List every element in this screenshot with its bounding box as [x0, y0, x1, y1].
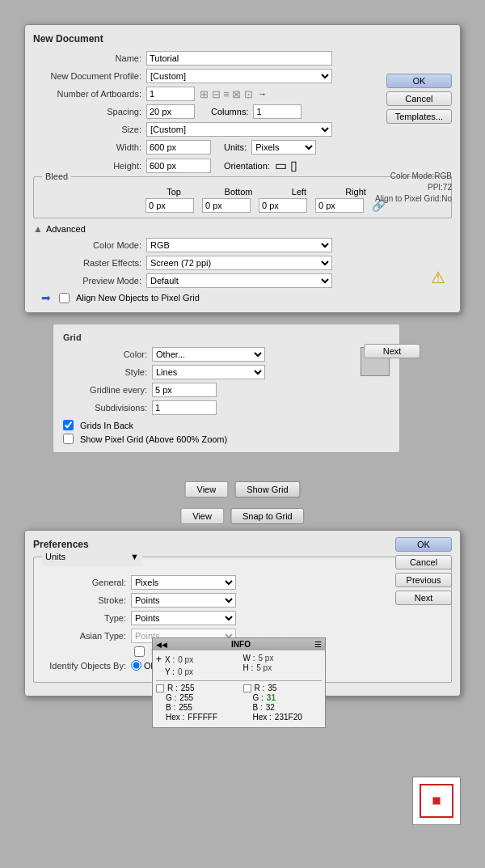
prefs-title: Preferences: [33, 539, 452, 550]
info-menu-icon[interactable]: ☰: [314, 640, 322, 649]
show-grid-button[interactable]: Show Grid: [234, 481, 300, 498]
prefs-next-button[interactable]: Next: [395, 591, 452, 605]
info-coords-row: + X : 0 px + Y : 0 px W : 5 px H : 5 px: [156, 654, 322, 678]
size-select[interactable]: [Custom]: [146, 122, 332, 137]
stroke-select[interactable]: Points: [131, 593, 236, 608]
snap-to-grid-button[interactable]: Snap to Grid: [230, 508, 305, 524]
info-h-label: H :: [243, 663, 254, 672]
type-select[interactable]: Points: [131, 611, 236, 625]
prefs-cancel-button[interactable]: Cancel: [395, 555, 452, 569]
stroke-row: Stroke: Points: [42, 593, 443, 608]
align-row: ➡ Align New Objects to Pixel Grid: [41, 291, 452, 304]
info-color2-col: R : 35 G : 31 B : 32 Hex : 231F20: [243, 684, 323, 722]
info-b1-cell: B : 255: [156, 703, 235, 712]
new-doc-title: New Document: [33, 33, 452, 44]
grid-color-select[interactable]: Other...: [152, 347, 265, 362]
info-color-row: R : 255 G : 255 B : 255 Hex : FFFFFF: [156, 684, 322, 722]
info-body: + X : 0 px + Y : 0 px W : 5 px H : 5 px: [153, 650, 325, 727]
ok-button[interactable]: OK: [386, 74, 452, 88]
new-document-dialog: New Document Name: New Document Profile:…: [24, 24, 461, 313]
info-hex1-cell: Hex : FFFFFF: [156, 713, 235, 722]
profile-select[interactable]: [Custom]: [146, 69, 332, 83]
object-name-radio[interactable]: [131, 660, 141, 671]
artboards-input[interactable]: [146, 87, 195, 101]
raster-select[interactable]: Screen (72 ppi): [146, 256, 332, 270]
landscape-icon[interactable]: ▯: [290, 158, 297, 173]
info-w-value: 5 px: [259, 654, 274, 663]
grid-next-button[interactable]: Next: [364, 344, 420, 358]
advanced-row[interactable]: ▲ Advanced: [33, 223, 452, 235]
size-label: Size:: [33, 125, 146, 134]
show-pixel-checkbox[interactable]: [63, 434, 74, 444]
grid-style-select[interactable]: Lines: [152, 365, 265, 379]
general-select[interactable]: Pixels: [131, 575, 236, 590]
info-w-cell: W : 5 px: [243, 654, 323, 663]
info-b2-value: 32: [266, 703, 275, 712]
info-colormode: Color Mode:RGB: [375, 171, 452, 182]
advanced-label: Advanced: [46, 224, 86, 234]
grid-body: Color: Other... Style: Lines Gridline ev…: [63, 347, 390, 444]
bleed-bottom-input[interactable]: [202, 198, 251, 213]
bleed-legend: Bleed: [42, 171, 71, 181]
gridline-input[interactable]: [152, 383, 217, 397]
info-x-label: X :: [165, 655, 175, 664]
gridline-row: Gridline every:: [63, 383, 352, 397]
prefs-ok-button[interactable]: OK: [395, 537, 452, 552]
portrait-icon[interactable]: ▭: [275, 158, 287, 173]
info-r-label: R :: [167, 684, 178, 692]
height-label: Height:: [33, 161, 146, 171]
bleed-top-input[interactable]: [146, 198, 194, 213]
numbers-checkbox[interactable]: [134, 646, 145, 657]
identify-label: Identify Objects By:: [42, 661, 131, 671]
preview-row: Preview Mode: Default: [33, 273, 452, 288]
pixel-center-dot: [432, 797, 441, 805]
info-color1-col: R : 255 G : 255 B : 255 Hex : FFFFFF: [156, 684, 235, 722]
spacing-input[interactable]: [146, 104, 195, 119]
cancel-button[interactable]: Cancel: [386, 91, 452, 106]
prefs-previous-button[interactable]: Previous: [395, 573, 452, 587]
preview-select[interactable]: Default: [146, 273, 332, 288]
columns-input[interactable]: [253, 104, 302, 119]
view-button-1[interactable]: View: [184, 481, 228, 498]
colormode-row: Color Mode: RGB: [33, 238, 452, 252]
subdivisions-label: Subdivisions:: [63, 403, 152, 413]
grids-in-back-checkbox[interactable]: [63, 420, 74, 430]
gridline-label: Gridline every:: [63, 385, 152, 395]
templates-button[interactable]: Templates...: [386, 109, 452, 124]
info-r2-label: R :: [255, 684, 265, 692]
grid-color-label: Color:: [63, 349, 152, 359]
units-title: Units: [45, 552, 65, 561]
info-w-label: W :: [243, 654, 255, 663]
width-input[interactable]: [146, 140, 211, 155]
general-row: General: Pixels: [42, 575, 443, 590]
info-divider-1: [156, 680, 322, 681]
grid-title: Grid: [63, 332, 390, 342]
bleed-left-input[interactable]: [259, 198, 307, 213]
info-r1-cell: R : 255: [156, 684, 235, 692]
units-label: Units:: [224, 142, 247, 152]
info-g-value: 255: [179, 693, 193, 702]
subdivisions-input[interactable]: [152, 400, 217, 415]
preview-label: Preview Mode:: [33, 276, 146, 286]
info-xy-col: + X : 0 px + Y : 0 px: [156, 654, 235, 678]
show-pixel-row: Show Pixel Grid (Above 600% Zoom): [63, 434, 352, 444]
view-button-2[interactable]: View: [180, 508, 224, 524]
info-y-label: Y :: [165, 667, 175, 676]
info-b2-label: B :: [253, 703, 263, 712]
artboards-arrow: →: [258, 89, 267, 99]
align-checkbox[interactable]: [59, 293, 70, 303]
view-buttons-row-1: View Show Grid: [184, 481, 300, 498]
height-input[interactable]: [146, 159, 211, 173]
right-label: Right: [331, 187, 380, 197]
info-hex2-value: 231F20: [275, 713, 302, 722]
info-x-value: 0 px: [178, 655, 193, 664]
units-select[interactable]: Pixels: [251, 140, 316, 155]
colormode-select[interactable]: RGB: [146, 238, 332, 252]
info-r-value: 255: [181, 684, 195, 692]
name-input[interactable]: [146, 51, 332, 66]
top-label: Top: [146, 187, 202, 197]
grid-color-row: Color: Other...: [63, 347, 352, 362]
bleed-right-input[interactable]: [315, 198, 364, 213]
pixel-preview: [412, 777, 461, 825]
units-chevron-icon[interactable]: ▼: [130, 552, 139, 561]
